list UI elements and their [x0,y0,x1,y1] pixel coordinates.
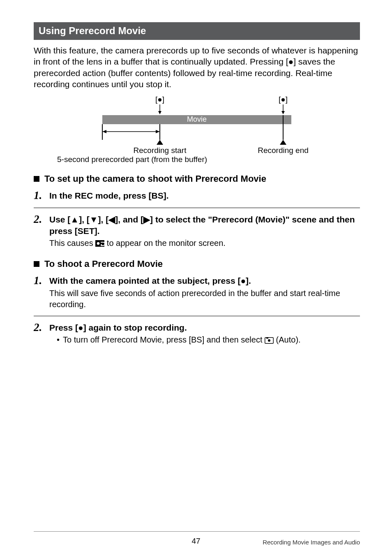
step2a-text: Use [▲], [▼], [◀], and [▶] to select the… [49,215,355,236]
page-number: 47 [0,537,392,546]
auto-mode-icon [265,337,274,344]
subheading-shoot-text: To shoot a Prerecord Movie [44,259,163,269]
record-dot-icon: ● [78,323,83,332]
step2b-bullet: • To turn off Prerecord Movie, press [BS… [57,335,360,345]
subheading-shoot: To shoot a Prerecord Movie [34,259,360,269]
divider [34,208,360,208]
movie-bar-label: Movie [187,115,207,123]
step-number: 1. [34,190,45,201]
step2b-text: Press [●] again to stop recording. [49,323,187,332]
svg-rect-18 [266,338,268,339]
rec-btn-left-label: [●] [155,95,164,104]
step1b-note: This will save five seconds of action pr… [49,288,360,310]
left-triangle-icon: ◀ [108,215,115,224]
step1a-text: In the REC mode, press [BS]. [49,191,169,200]
right-triangle-icon: ▶ [143,215,150,224]
prerecord-icon [95,240,104,247]
svg-marker-1 [158,111,161,114]
recording-end-label: Recording end [258,146,309,155]
intro-text: With this feature, the camera prerecords… [34,45,360,90]
step-number: 1. [34,275,45,286]
svg-marker-3 [281,111,285,114]
step1b-text: With the camera pointed at the subject, … [49,276,251,285]
svg-marker-9 [102,130,106,133]
square-bullet-icon [34,261,39,267]
down-triangle-icon: ▼ [90,215,98,224]
square-bullet-icon [34,176,39,182]
svg-point-14 [97,242,100,245]
record-dot-icon: ● [240,276,246,285]
divider [34,316,360,316]
svg-point-17 [268,339,270,342]
up-triangle-icon: ▲ [70,215,79,224]
bullet-dot-icon: • [57,335,60,345]
step-number: 2. [34,322,45,333]
subheading-setup-text: To set up the camera to shoot with Prere… [44,174,266,184]
page-footer: 47 Recording Movie Images and Audio [0,531,392,546]
subheading-setup: To set up the camera to shoot with Prere… [34,174,360,184]
step2a-note: This causes to appear on the monitor scr… [49,238,360,249]
section-header: Using Prerecord Movie [34,22,360,40]
svg-marker-12 [280,140,286,145]
buffer-caption: 5-second prerecorded part (from the buff… [57,155,207,164]
recording-start-label: Recording start [134,146,187,155]
svg-marker-11 [157,140,163,145]
rec-btn-right-label: [●] [279,95,288,104]
prerecord-diagram: [●] [●] Movie Recording start Recording … [53,94,341,164]
step-number: 2. [34,214,45,225]
svg-marker-10 [156,130,160,133]
